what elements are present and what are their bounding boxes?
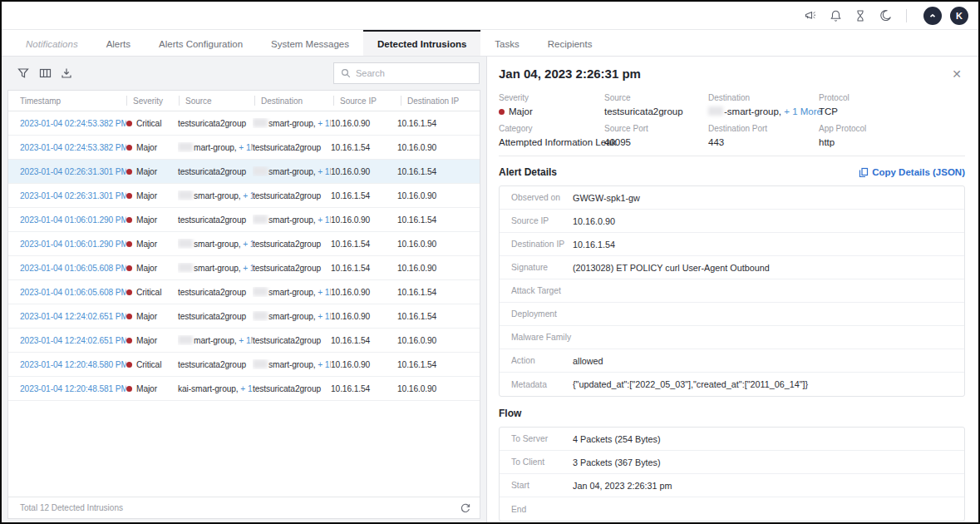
timestamp-cell: 2023-01-04 12:24:02.651 PM — [20, 312, 126, 321]
severity-label: Major — [136, 264, 157, 273]
columns-icon[interactable] — [34, 63, 56, 83]
column-header-severity[interactable]: Severity — [127, 96, 179, 106]
more-groups-link[interactable]: + 1 — [243, 264, 253, 273]
timestamp-link[interactable]: 2023-01-04 01:06:05.608 PM — [20, 288, 126, 297]
severity-cell: Critical — [126, 119, 178, 128]
more-groups-link[interactable]: + 1 — [318, 288, 329, 297]
filter-icon[interactable] — [12, 63, 34, 83]
more-groups-link[interactable]: + 1 — [239, 336, 250, 345]
more-groups-link[interactable]: + 1 — [318, 360, 329, 369]
source-ip-cell: 10.16.0.90 — [331, 288, 397, 297]
timestamp-cell: 2023-01-04 01:06:05.608 PM — [20, 288, 126, 297]
detail-row: Deployment — [500, 303, 964, 326]
more-groups-link[interactable]: + 1 — [243, 240, 253, 249]
copy-details-json-button[interactable]: Copy Details (JSON) — [859, 167, 965, 178]
alert-details-card: Observed onGWGW-spk1-gwSource IP10.16.0.… — [499, 185, 965, 397]
destination-cell: smart-group, + 1More — [253, 215, 331, 225]
summary-field-label: App Protocol — [819, 124, 965, 133]
user-avatar[interactable]: K — [950, 7, 968, 25]
column-header-source-ip[interactable]: Source IP — [334, 96, 401, 106]
destination-ip-cell: 10.16.0.90 — [397, 384, 480, 393]
column-header-destination-ip[interactable]: Destination IP — [401, 96, 480, 106]
table-row[interactable]: 2023-01-04 01:06:01.290 PMMajortestsuric… — [8, 208, 480, 232]
timestamp-link[interactable]: 2023-01-04 01:06:01.290 PM — [20, 240, 126, 249]
more-groups-link[interactable]: + 1 — [239, 143, 250, 152]
more-groups-link[interactable]: + 1 — [318, 167, 329, 176]
destination-cell: testsuricata2group — [253, 143, 331, 152]
timestamp-link[interactable]: 2023-01-04 01:06:01.290 PM — [20, 215, 126, 225]
column-header-timestamp[interactable]: Timestamp — [20, 96, 126, 106]
timestamp-link[interactable]: 2023-01-04 02:24:53.382 PM — [20, 119, 126, 128]
column-header-destination[interactable]: Destination — [255, 96, 333, 106]
table-row[interactable]: 2023-01-04 12:24:02.651 PMMajortestsuric… — [8, 304, 480, 329]
tab-notifications[interactable]: Notifications — [12, 30, 92, 56]
group-name-text: mart-group, — [194, 143, 239, 152]
bell-icon[interactable] — [823, 6, 848, 26]
more-groups-link[interactable]: + 1 — [243, 191, 253, 200]
close-icon[interactable]: ✕ — [948, 67, 965, 82]
more-groups-link[interactable]: + 1 — [240, 384, 252, 393]
timestamp-link[interactable]: 2023-01-04 02:24:53.382 PM — [20, 143, 126, 152]
timestamp-link[interactable]: 2023-01-04 02:26:31.301 PM — [20, 167, 126, 176]
table-row[interactable]: 2023-01-04 12:20:48.580 PMCriticaltestsu… — [8, 353, 480, 377]
detail-row-label: Attack Target — [500, 286, 573, 295]
table-row[interactable]: 2023-01-04 01:06:05.608 PMCriticaltestsu… — [8, 280, 480, 304]
redacted-text — [178, 190, 193, 200]
tab-system-messages[interactable]: System Messages — [257, 30, 363, 56]
table-row[interactable]: 2023-01-04 02:24:53.382 PMCriticaltestsu… — [8, 111, 480, 136]
tab-alerts-configuration[interactable]: Alerts Configuration — [145, 30, 257, 56]
more-groups-link[interactable]: + 1 More — [784, 106, 822, 116]
table-row[interactable]: 2023-01-04 01:06:05.608 PMMajorsmart-gro… — [8, 256, 480, 280]
announcement-icon[interactable] — [798, 6, 823, 26]
table-row[interactable]: 2023-01-04 02:26:31.301 PMMajortestsuric… — [8, 160, 480, 184]
severity-label: Major — [136, 336, 157, 345]
destination-ip-cell: 10.16.1.54 — [397, 119, 480, 128]
summary-field-app-protocol: App Protocolhttp — [819, 124, 965, 147]
detail-row-label: Start — [500, 481, 573, 490]
refresh-icon[interactable] — [460, 502, 471, 514]
dark-mode-moon-icon[interactable] — [873, 6, 898, 26]
redacted-text — [253, 215, 268, 224]
table-row[interactable]: 2023-01-04 12:20:48.581 PMMajorkai-smart… — [8, 377, 480, 401]
hourglass-icon[interactable] — [848, 6, 873, 26]
download-icon[interactable] — [56, 63, 77, 83]
timestamp-link[interactable]: 2023-01-04 02:26:31.301 PM — [20, 191, 126, 200]
more-groups-link[interactable]: + 1 — [318, 215, 329, 225]
more-groups-link[interactable]: + 1 — [318, 119, 329, 128]
detail-row-label: End — [500, 505, 573, 514]
source-ip-cell: 10.16.1.54 — [331, 143, 397, 152]
timestamp-link[interactable]: 2023-01-04 12:24:02.651 PM — [20, 312, 126, 321]
tab-tasks[interactable]: Tasks — [480, 30, 533, 56]
redacted-text — [708, 106, 723, 116]
timestamp-link[interactable]: 2023-01-04 12:24:02.651 PM — [20, 336, 126, 345]
more-groups-link[interactable]: + 1 — [318, 312, 329, 321]
severity-dot — [126, 193, 132, 199]
detail-row-label: To Client — [500, 457, 573, 467]
severity-label: Major — [509, 106, 533, 116]
table-row[interactable]: 2023-01-04 01:06:01.290 PMMajorsmart-gro… — [8, 232, 480, 256]
destination-ip-cell: 10.16.0.90 — [397, 191, 480, 200]
column-header-source[interactable]: Source — [180, 96, 254, 106]
detail-row-label: Observed on — [500, 193, 573, 202]
chevron-up-button[interactable] — [923, 7, 942, 25]
timestamp-link[interactable]: 2023-01-04 01:06:05.608 PM — [20, 264, 126, 273]
timestamp-link[interactable]: 2023-01-04 12:20:48.580 PM — [20, 360, 126, 369]
summary-field-category: CategoryAttempted Information Leak — [499, 124, 604, 147]
destination-ip-cell: 10.16.0.90 — [397, 336, 480, 345]
severity-dot — [126, 217, 132, 223]
table-row[interactable]: 2023-01-04 12:24:02.651 PMMajormart-grou… — [8, 329, 480, 353]
severity-dot — [126, 265, 132, 271]
table-row[interactable]: 2023-01-04 02:26:31.301 PMMajorsmart-gro… — [8, 184, 480, 208]
detail-row-label: Deployment — [500, 309, 573, 319]
group-name-text: smart-group, — [194, 191, 243, 200]
table-row[interactable]: 2023-01-04 02:24:53.382 PMMajormart-grou… — [8, 136, 480, 160]
destination-cell: testsuricata2group — [253, 336, 331, 345]
destination-ip-cell: 10.16.1.54 — [397, 312, 480, 321]
timestamp-link[interactable]: 2023-01-04 12:20:48.581 PM — [20, 384, 126, 393]
search-input[interactable] — [356, 68, 472, 78]
tab-detected-intrusions[interactable]: Detected Intrusions — [363, 30, 480, 56]
source-cell: testsuricata2group — [178, 215, 253, 225]
tab-recipients[interactable]: Recipients — [534, 30, 607, 56]
severity-cell: Major — [126, 191, 178, 200]
tab-alerts[interactable]: Alerts — [92, 30, 145, 56]
